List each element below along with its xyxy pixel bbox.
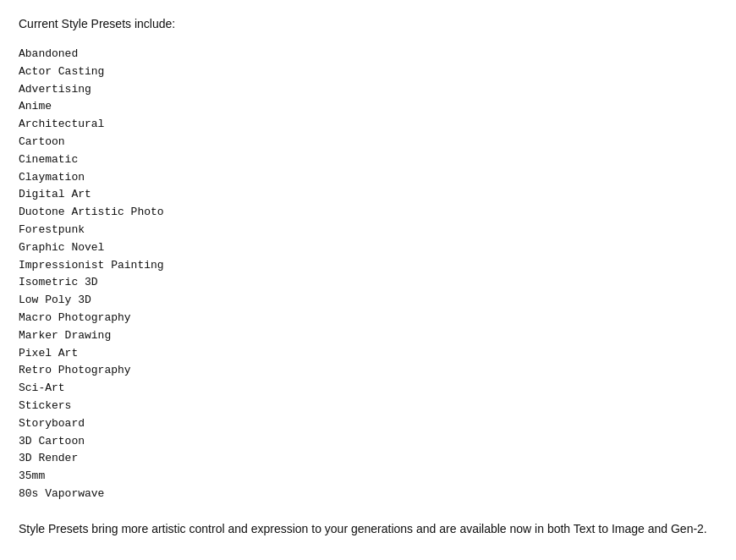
- list-item: Graphic Novel: [19, 239, 717, 257]
- list-item: Storyboard: [19, 415, 717, 433]
- list-item: Cartoon: [19, 134, 717, 151]
- list-item: 3D Cartoon: [19, 433, 717, 451]
- list-item: 3D Render: [19, 450, 717, 468]
- footer-text: Style Presets bring more artistic contro…: [19, 520, 717, 538]
- list-item: Actor Casting: [19, 63, 717, 81]
- list-item: Retro Photography: [19, 362, 717, 380]
- list-item: Stickers: [19, 398, 717, 415]
- list-item: Abandoned: [19, 46, 717, 63]
- list-item: Low Poly 3D: [19, 292, 717, 310]
- list-item: Marker Drawing: [19, 327, 717, 345]
- list-item: Sci-Art: [19, 380, 717, 398]
- list-item: Macro Photography: [19, 310, 717, 327]
- list-item: Impressionist Painting: [19, 257, 717, 275]
- list-item: 80s Vaporwave: [19, 486, 717, 503]
- list-item: Forestpunk: [19, 222, 717, 239]
- list-item: Claymation: [19, 169, 717, 187]
- list-item: Anime: [19, 98, 717, 116]
- list-item: 35mm: [19, 468, 717, 486]
- presets-list: AbandonedActor CastingAdvertisingAnimeAr…: [19, 46, 717, 503]
- list-item: Pixel Art: [19, 345, 717, 363]
- list-item: Isometric 3D: [19, 274, 717, 292]
- list-item: Digital Art: [19, 186, 717, 204]
- header-text: Current Style Presets include:: [19, 17, 717, 30]
- list-item: Duotone Artistic Photo: [19, 204, 717, 222]
- list-item: Architectural: [19, 116, 717, 134]
- list-item: Cinematic: [19, 151, 717, 169]
- list-item: Advertising: [19, 81, 717, 99]
